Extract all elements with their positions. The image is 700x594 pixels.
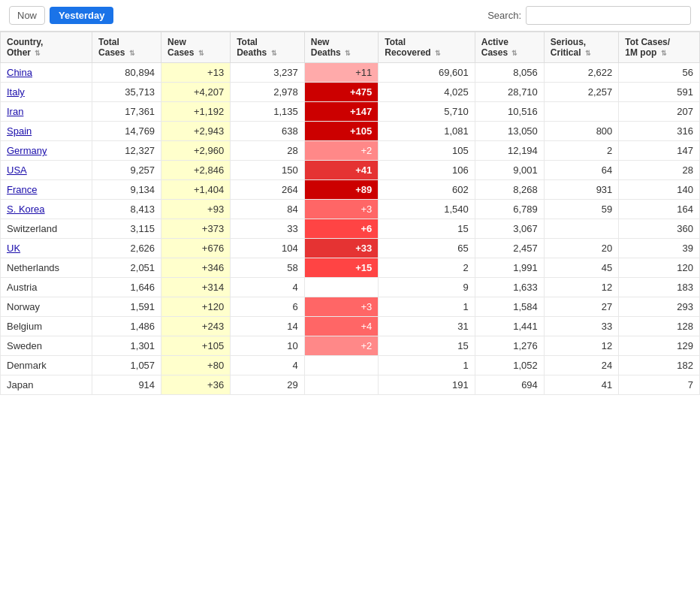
tot-cases-1m-cell: 7	[619, 375, 700, 395]
now-button[interactable]: Now	[9, 6, 45, 25]
time-filter: Now Yesterday	[9, 6, 113, 25]
new-deaths-cell: +4	[304, 317, 379, 336]
serious-critical-cell: 2,622	[544, 63, 619, 83]
total-recovered-cell: 105	[379, 141, 475, 161]
country-cell[interactable]: Germany	[1, 141, 92, 161]
tot-cases-1m-cell: 39	[619, 239, 700, 258]
new-deaths-cell: +41	[304, 161, 379, 180]
country-link[interactable]: France	[7, 184, 37, 195]
table-body: China80,894+133,237+1169,6018,0562,62256…	[1, 63, 700, 395]
search-input[interactable]	[526, 6, 691, 25]
new-cases-cell: +36	[161, 375, 231, 395]
total-deaths-cell: 2,978	[231, 83, 305, 102]
serious-critical-cell	[544, 219, 619, 239]
country-link[interactable]: UK	[7, 243, 20, 254]
country-cell[interactable]: China	[1, 63, 92, 83]
header-tot-cases-1m[interactable]: Tot Cases/1M pop ⇅	[619, 32, 700, 63]
header-total-deaths[interactable]: TotalDeaths ⇅	[231, 32, 305, 63]
country-cell[interactable]: Iran	[1, 102, 92, 122]
table-row: Austria1,646+314491,63312183	[1, 278, 700, 297]
total-recovered-cell: 602	[379, 180, 475, 200]
table-row: Denmark1,057+80411,05224182	[1, 356, 700, 375]
country-cell[interactable]: France	[1, 180, 92, 200]
total-recovered-cell: 1	[379, 356, 475, 375]
country-link[interactable]: China	[7, 67, 32, 78]
new-cases-cell: +1,192	[161, 102, 231, 122]
country-cell[interactable]: Spain	[1, 122, 92, 141]
active-cases-cell: 1,052	[475, 356, 544, 375]
total-deaths-cell: 3,237	[231, 63, 305, 83]
total-recovered-cell: 1,081	[379, 122, 475, 141]
yesterday-button[interactable]: Yesterday	[50, 7, 113, 24]
country-cell[interactable]: UK	[1, 239, 92, 258]
total-deaths-cell: 264	[231, 180, 305, 200]
country-cell[interactable]: Italy	[1, 83, 92, 102]
serious-critical-cell: 931	[544, 180, 619, 200]
total-recovered-cell: 15	[379, 336, 475, 356]
total-deaths-cell: 10	[231, 336, 305, 356]
total-recovered-cell: 4,025	[379, 83, 475, 102]
new-deaths-cell: +11	[304, 63, 379, 83]
total-cases-cell: 3,115	[92, 219, 161, 239]
active-cases-cell: 9,001	[475, 161, 544, 180]
country-cell: Norway	[1, 297, 92, 317]
country-cell: Switzerland	[1, 219, 92, 239]
tot-cases-1m-cell: 164	[619, 200, 700, 219]
active-cases-cell: 2,457	[475, 239, 544, 258]
active-cases-cell: 8,056	[475, 63, 544, 83]
total-deaths-cell: 4	[231, 278, 305, 297]
total-cases-cell: 80,894	[92, 63, 161, 83]
tot-cases-1m-cell: 293	[619, 297, 700, 317]
total-recovered-cell: 2	[379, 258, 475, 278]
header-serious-critical[interactable]: Serious,Critical ⇅	[544, 32, 619, 63]
total-recovered-cell: 65	[379, 239, 475, 258]
header-country[interactable]: Country,Other ⇅	[1, 32, 92, 63]
serious-critical-cell: 45	[544, 258, 619, 278]
total-deaths-cell: 58	[231, 258, 305, 278]
new-cases-cell: +2,943	[161, 122, 231, 141]
tot-cases-1m-cell: 182	[619, 356, 700, 375]
active-cases-cell: 12,194	[475, 141, 544, 161]
search-area: Search:	[487, 6, 691, 25]
total-cases-cell: 14,769	[92, 122, 161, 141]
total-cases-cell: 1,301	[92, 336, 161, 356]
search-label: Search:	[487, 10, 521, 21]
country-cell[interactable]: S. Korea	[1, 200, 92, 219]
new-deaths-cell: +6	[304, 219, 379, 239]
tot-cases-1m-cell: 56	[619, 63, 700, 83]
tot-cases-1m-cell: 183	[619, 278, 700, 297]
serious-critical-cell: 24	[544, 356, 619, 375]
total-deaths-cell: 28	[231, 141, 305, 161]
total-recovered-cell: 191	[379, 375, 475, 395]
country-link[interactable]: Germany	[7, 145, 47, 156]
header-total-cases[interactable]: TotalCases ⇅	[92, 32, 161, 63]
active-cases-cell: 1,441	[475, 317, 544, 336]
table-row: Belgium1,486+24314+4311,44133128	[1, 317, 700, 336]
total-recovered-cell: 15	[379, 219, 475, 239]
table-row: Japan914+3629191694417	[1, 375, 700, 395]
country-link[interactable]: S. Korea	[7, 204, 45, 215]
country-cell[interactable]: USA	[1, 161, 92, 180]
header-new-deaths[interactable]: NewDeaths ⇅	[304, 32, 379, 63]
serious-critical-cell: 12	[544, 278, 619, 297]
country-link[interactable]: Iran	[7, 106, 23, 117]
total-cases-cell: 1,591	[92, 297, 161, 317]
tot-cases-1m-cell: 591	[619, 83, 700, 102]
new-deaths-cell: +89	[304, 180, 379, 200]
tot-cases-1m-cell: 120	[619, 258, 700, 278]
new-cases-cell: +346	[161, 258, 231, 278]
header-total-recovered[interactable]: TotalRecovered ⇅	[379, 32, 475, 63]
header-active-cases[interactable]: ActiveCases ⇅	[475, 32, 544, 63]
total-cases-cell: 9,134	[92, 180, 161, 200]
country-link[interactable]: USA	[7, 164, 27, 176]
header-new-cases[interactable]: NewCases ⇅	[161, 32, 231, 63]
total-cases-cell: 914	[92, 375, 161, 395]
new-deaths-cell: +147	[304, 102, 379, 122]
table-row: China80,894+133,237+1169,6018,0562,62256	[1, 63, 700, 83]
total-deaths-cell: 638	[231, 122, 305, 141]
country-link[interactable]: Italy	[7, 86, 25, 98]
country-link[interactable]: Spain	[7, 125, 32, 137]
new-cases-cell: +314	[161, 278, 231, 297]
total-deaths-cell: 4	[231, 356, 305, 375]
tot-cases-1m-cell: 28	[619, 161, 700, 180]
